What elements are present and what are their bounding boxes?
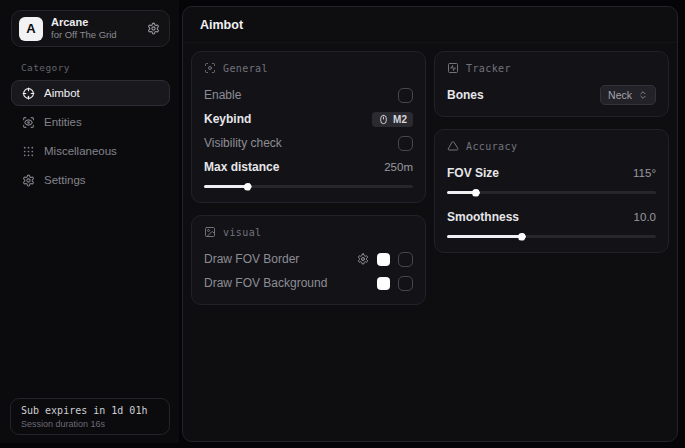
- activity-icon: [447, 62, 459, 74]
- image-icon: [204, 226, 216, 238]
- page-title: Aimbot: [200, 18, 243, 32]
- fov-border-color-swatch[interactable]: [377, 253, 390, 266]
- crosshair-icon: [22, 87, 35, 100]
- smoothness-label: Smoothness: [447, 210, 519, 224]
- panel-title: Tracker: [466, 63, 511, 74]
- bones-value: Neck: [608, 89, 632, 101]
- sidebar-item-settings[interactable]: Settings: [11, 167, 170, 193]
- bones-label: Bones: [447, 88, 484, 102]
- app-logo: A: [19, 17, 43, 41]
- enable-row: Enable: [204, 84, 413, 106]
- general-panel: General Enable Keybind M2 V: [191, 51, 426, 203]
- logo-card: A Arcane for Off The Grid: [11, 10, 170, 47]
- max-distance-value: 250m: [384, 161, 413, 173]
- category-label: Category: [21, 62, 179, 73]
- enable-checkbox[interactable]: [398, 88, 413, 103]
- enable-label: Enable: [204, 88, 241, 102]
- chevrons-up-down-icon: [638, 90, 648, 100]
- smoothness-value: 10.0: [634, 211, 656, 223]
- mouse-icon: [378, 114, 389, 125]
- fov-background-color-swatch[interactable]: [377, 277, 390, 290]
- tracker-panel: Tracker Bones Neck: [434, 51, 669, 117]
- scan-eye-icon: [22, 116, 35, 129]
- slider-thumb[interactable]: [518, 233, 526, 241]
- subscription-card: Sub expires in 1d 01h Session duration 1…: [10, 398, 170, 435]
- main-panel: Aimbot General Enable Keybind: [182, 6, 678, 442]
- keybind-button[interactable]: M2: [372, 112, 413, 127]
- sidebar-item-label: Settings: [44, 174, 86, 186]
- session-duration-text: Session duration 16s: [21, 419, 159, 429]
- grip-icon: [22, 145, 35, 158]
- sidebar-item-label: Aimbot: [44, 87, 80, 99]
- fov-size-value: 115°: [633, 167, 656, 179]
- sidebar-item-miscellaneous[interactable]: Miscellaneous: [11, 138, 170, 164]
- panel-title: Accuracy: [466, 141, 517, 152]
- panel-title: visual: [223, 227, 262, 238]
- fov-border-checkbox[interactable]: [398, 252, 413, 267]
- sidebar-item-aimbot[interactable]: Aimbot: [11, 80, 170, 106]
- focus-icon: [204, 62, 216, 74]
- keybind-row: Keybind M2: [204, 108, 413, 130]
- visibility-row: Visibility check: [204, 132, 413, 154]
- fov-border-gear-icon[interactable]: [357, 253, 369, 265]
- max-distance-slider[interactable]: [204, 185, 413, 188]
- visibility-label: Visibility check: [204, 136, 282, 150]
- fov-size-label: FOV Size: [447, 166, 499, 180]
- gear-icon: [22, 174, 35, 187]
- slider-thumb[interactable]: [244, 183, 252, 191]
- accuracy-panel: Accuracy FOV Size 115° Smoothness 10.0: [434, 129, 669, 253]
- smoothness-row: Smoothness 10.0: [447, 206, 656, 228]
- main-header: Aimbot: [183, 7, 677, 43]
- fov-background-row: Draw FOV Background: [204, 272, 413, 294]
- visual-panel: visual Draw FOV Border Draw FOV Backgrou…: [191, 215, 426, 305]
- triangle-icon: [447, 140, 459, 152]
- fov-size-slider[interactable]: [447, 191, 656, 194]
- fov-border-row: Draw FOV Border: [204, 248, 413, 270]
- sidebar-item-entities[interactable]: Entities: [11, 109, 170, 135]
- smoothness-slider[interactable]: [447, 235, 656, 238]
- visibility-checkbox[interactable]: [398, 136, 413, 151]
- sub-expiry-text: Sub expires in 1d 01h: [21, 405, 159, 416]
- sidebar-item-label: Entities: [44, 116, 82, 128]
- fov-size-row: FOV Size 115°: [447, 162, 656, 184]
- sidebar: A Arcane for Off The Grid Category Aimbo…: [0, 0, 179, 443]
- sidebar-nav: Aimbot Entities Miscellaneous Settings: [0, 80, 179, 193]
- bones-select[interactable]: Neck: [600, 85, 656, 105]
- settings-gear-icon[interactable]: [147, 22, 160, 35]
- max-distance-label: Max distance: [204, 160, 279, 174]
- keybind-value: M2: [393, 114, 407, 125]
- bones-row: Bones Neck: [447, 84, 656, 106]
- panel-title: General: [223, 63, 268, 74]
- fov-background-checkbox[interactable]: [398, 276, 413, 291]
- slider-thumb[interactable]: [472, 189, 480, 197]
- app-title: Arcane: [51, 16, 117, 30]
- fov-border-label: Draw FOV Border: [204, 252, 299, 266]
- app-subtitle: for Off The Grid: [51, 29, 117, 41]
- keybind-label: Keybind: [204, 112, 251, 126]
- max-distance-row: Max distance 250m: [204, 156, 413, 178]
- sidebar-item-label: Miscellaneous: [44, 145, 117, 157]
- fov-background-label: Draw FOV Background: [204, 276, 327, 290]
